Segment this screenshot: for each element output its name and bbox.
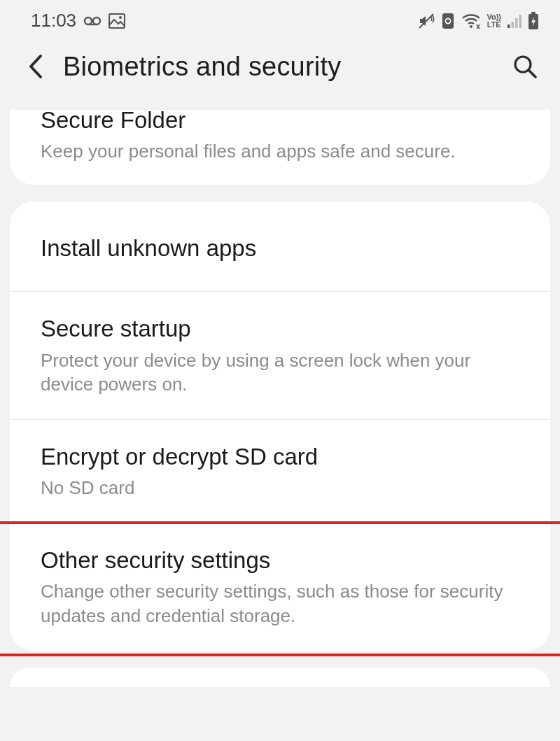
svg-point-16 <box>515 57 531 72</box>
search-icon <box>512 54 538 79</box>
svg-rect-9 <box>507 24 510 28</box>
row-title: Other security settings <box>41 546 519 575</box>
status-right: Vo))LTE <box>418 12 539 30</box>
status-left: 11:03 <box>31 10 125 31</box>
data-saver-icon <box>440 13 456 29</box>
wifi-icon <box>461 13 481 29</box>
picture-icon <box>108 13 125 29</box>
card-next-peek <box>10 668 550 687</box>
svg-line-17 <box>529 71 536 77</box>
svg-rect-14 <box>531 12 536 14</box>
status-time: 11:03 <box>31 10 76 31</box>
card-secure-folder: Secure Folder Keep your personal files a… <box>10 110 550 185</box>
svg-point-1 <box>93 17 100 24</box>
svg-rect-3 <box>109 14 125 28</box>
page-title: Biometrics and security <box>63 52 497 82</box>
volte-icon: Vo))LTE <box>486 13 501 29</box>
row-sub: Change other security settings, such as … <box>41 579 519 628</box>
row-sub: Protect your device by using a screen lo… <box>41 348 519 397</box>
row-encrypt-sd-card[interactable]: Encrypt or decrypt SD card No SD card <box>10 420 550 523</box>
svg-rect-11 <box>515 18 518 28</box>
row-other-security-settings[interactable]: Other security settings Change other sec… <box>10 523 550 651</box>
voicemail-icon <box>83 14 102 28</box>
chevron-left-icon <box>27 53 43 80</box>
status-bar: 11:03 Vo))LTE <box>0 0 560 36</box>
row-title: Install unknown apps <box>41 234 519 263</box>
card-security-settings: Install unknown apps Secure startup Prot… <box>10 202 550 651</box>
svg-point-4 <box>119 16 122 19</box>
svg-rect-10 <box>512 22 514 28</box>
row-title: Secure Folder <box>41 106 519 135</box>
row-secure-folder[interactable]: Secure Folder Keep your personal files a… <box>10 110 550 185</box>
battery-charging-icon <box>528 12 539 30</box>
mute-vibrate-icon <box>418 13 435 29</box>
row-install-unknown-apps[interactable]: Install unknown apps <box>10 202 550 292</box>
row-title: Secure startup <box>41 314 519 344</box>
svg-point-0 <box>85 17 92 24</box>
search-button[interactable] <box>510 51 540 82</box>
row-title: Encrypt or decrypt SD card <box>41 442 519 472</box>
app-bar: Biometrics and security <box>0 36 560 110</box>
row-secure-startup[interactable]: Secure startup Protect your device by us… <box>10 292 550 420</box>
back-button[interactable] <box>20 51 50 82</box>
row-sub: Keep your personal files and apps safe a… <box>41 139 519 164</box>
row-sub: No SD card <box>41 476 519 500</box>
svg-point-8 <box>470 25 472 28</box>
signal-icon <box>507 13 522 29</box>
svg-rect-12 <box>519 15 522 28</box>
